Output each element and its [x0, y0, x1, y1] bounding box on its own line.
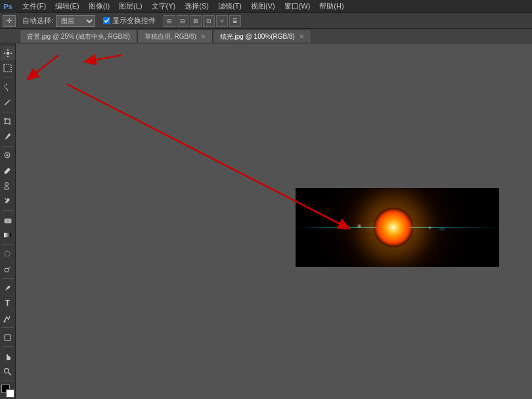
tool-brush[interactable] — [1, 164, 15, 178]
flare-dot-2 — [428, 226, 432, 229]
tool-zoom[interactable] — [1, 364, 15, 379]
svg-line-21 — [8, 267, 11, 269]
align-icon-2[interactable]: ⊟ — [177, 15, 188, 27]
show-transform-label: 显示变换控件 — [112, 16, 156, 26]
svg-line-6 — [5, 101, 9, 105]
lens-flare-bg — [296, 188, 499, 267]
svg-rect-18 — [4, 233, 11, 237]
canvas-area — [16, 43, 532, 399]
arrow-1 — [28, 55, 58, 80]
flare-core — [374, 208, 413, 247]
tool-separator-2 — [2, 112, 14, 112]
tool-separator-9 — [2, 381, 14, 381]
menu-help[interactable]: 帮助(H) — [315, 0, 347, 12]
align-icon-4[interactable]: ⊡ — [203, 15, 215, 27]
tab-2-close[interactable]: ✕ — [200, 33, 206, 40]
menu-select[interactable]: 选择(S) — [181, 0, 213, 12]
menu-image[interactable]: 图像(I) — [85, 0, 114, 12]
svg-point-19 — [5, 251, 10, 256]
ps-logo: Ps — [0, 0, 16, 13]
tab-1-label: 背景.jpg @ 25% (城市中央, RGB/8) — [27, 32, 130, 41]
show-transform-checkbox[interactable] — [103, 17, 110, 24]
tool-crop[interactable] — [1, 114, 15, 129]
svg-rect-4 — [7, 52, 9, 55]
svg-point-24 — [5, 368, 9, 373]
menu-layer[interactable]: 图层(L) — [115, 0, 146, 12]
tool-eyedropper[interactable] — [1, 129, 15, 144]
tool-separator-5 — [2, 244, 14, 245]
tool-blur[interactable] — [1, 246, 15, 261]
tool-dodge[interactable] — [1, 262, 15, 276]
menu-bar: 文件(F) 编辑(E) 图像(I) 图层(L) 文字(Y) 选择(S) 滤镜(T… — [0, 0, 532, 13]
tool-separator-6 — [2, 278, 14, 279]
tool-separator-7 — [2, 327, 14, 328]
options-bar: ✛ 自动选择: 图层 组 显示变换控件 ⊞ ⊟ ⊠ ⊡ ≡ ≣ — [0, 13, 532, 29]
menu-file[interactable]: 文件(F) — [18, 0, 50, 12]
tool-hand[interactable] — [1, 349, 15, 364]
photo-canvas — [296, 188, 499, 267]
tool-text[interactable]: T — [1, 296, 15, 310]
auto-select-dropdown[interactable]: 图层 组 — [56, 15, 95, 27]
tab-1[interactable]: 背景.jpg @ 25% (城市中央, RGB/8) — [20, 30, 137, 43]
flare-dot-1 — [357, 223, 362, 229]
tab-3[interactable]: 炫光.jpg @ 100%(RGB/8) ✕ — [213, 30, 311, 43]
tab-2[interactable]: 草稿自用, RGB/8) ✕ — [137, 30, 213, 43]
auto-select-label: 自动选择: — [22, 16, 53, 26]
toolbar: T — [0, 43, 16, 399]
menu-text[interactable]: 文字(Y) — [148, 0, 180, 12]
align-icon-5[interactable]: ≡ — [216, 15, 228, 27]
svg-line-25 — [9, 373, 11, 375]
menu-edit[interactable]: 编辑(E) — [51, 0, 83, 12]
tool-separator-3 — [2, 146, 14, 147]
tab-2-label: 草稿自用, RGB/8) — [144, 32, 196, 41]
tool-magic-wand[interactable] — [1, 95, 15, 110]
svg-rect-5 — [4, 64, 11, 72]
tool-shape[interactable] — [1, 330, 15, 344]
tool-rect-select[interactable] — [1, 61, 15, 76]
svg-marker-7 — [9, 99, 11, 101]
align-icon-6[interactable]: ≣ — [229, 15, 241, 27]
align-icon-1[interactable]: ⊞ — [164, 15, 175, 27]
tool-lasso[interactable] — [1, 80, 15, 95]
menu-view[interactable]: 视图(V) — [247, 0, 279, 12]
arrow-2 — [85, 55, 121, 62]
main-layout: T — [0, 43, 532, 399]
svg-rect-23 — [5, 335, 11, 340]
tool-stamp[interactable] — [1, 179, 15, 193]
tool-options-icon: ✛ — [3, 15, 16, 27]
fg-bg-color[interactable] — [1, 385, 14, 398]
tool-separator-4 — [2, 210, 14, 211]
tab-3-label: 炫光.jpg @ 100%(RGB/8) — [220, 32, 295, 41]
tool-separator-8 — [2, 346, 14, 347]
tab-bar: 背景.jpg @ 25% (城市中央, RGB/8) 草稿自用, RGB/8) … — [0, 29, 532, 43]
tool-path-select[interactable] — [1, 311, 15, 325]
menu-filter[interactable]: 滤镜(T) — [214, 0, 246, 12]
tool-gradient[interactable] — [1, 227, 15, 242]
show-transform-area: 显示变换控件 — [103, 16, 156, 26]
tool-heal[interactable] — [1, 149, 15, 163]
align-icon-3[interactable]: ⊠ — [190, 15, 202, 27]
tool-separator-1 — [2, 78, 14, 78]
flare-dot-3 — [438, 227, 446, 231]
tool-history-brush[interactable] — [1, 194, 15, 208]
svg-point-15 — [5, 183, 9, 186]
tool-pen[interactable] — [1, 281, 15, 295]
tool-move[interactable] — [1, 46, 15, 60]
menu-window[interactable]: 窗口(W) — [280, 0, 315, 12]
tab-3-close[interactable]: ✕ — [299, 33, 304, 40]
tool-eraser[interactable] — [1, 213, 15, 227]
svg-point-22 — [4, 320, 6, 322]
